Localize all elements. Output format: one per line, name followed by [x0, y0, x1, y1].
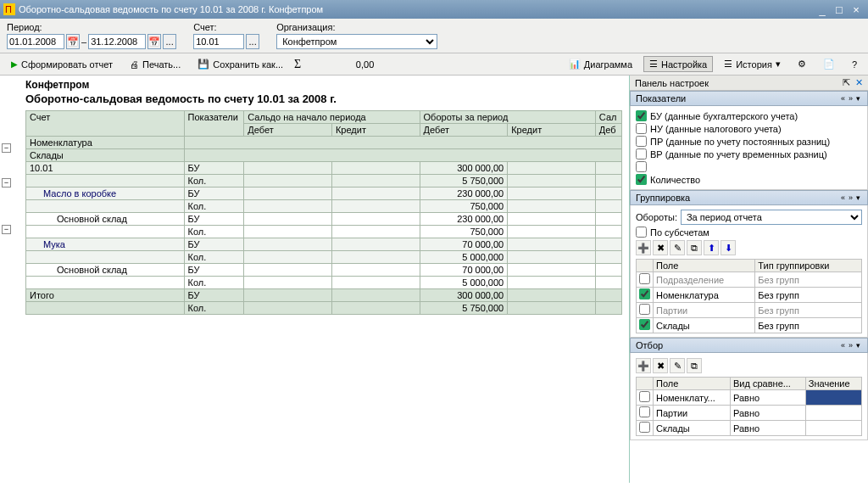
- report-title: Оборотно-сальдовая ведомость по счету 10…: [25, 92, 622, 105]
- table-row: Номенклату...Равно: [637, 390, 862, 406]
- date-to-input[interactable]: [88, 34, 146, 49]
- edit-button[interactable]: ✎: [670, 358, 685, 373]
- report-area: − − − Конфетпром Оборотно-сальдовая ведо…: [0, 76, 629, 483]
- bu-checkbox[interactable]: [636, 110, 647, 121]
- settings-button[interactable]: ☰Настройка: [643, 56, 713, 72]
- table-row: Кол.750,000: [26, 226, 622, 238]
- chevron-left-icon[interactable]: «: [839, 193, 847, 202]
- indicators-section-title[interactable]: Показатели « » ▾: [630, 91, 868, 106]
- filter-section-title[interactable]: Отбор « » ▾: [630, 338, 868, 353]
- grouping-section-title[interactable]: Группировка « » ▾: [630, 190, 868, 205]
- chevron-down-icon[interactable]: ▾: [854, 341, 862, 350]
- gear-icon: ☰: [649, 59, 658, 70]
- tool1-button[interactable]: ⚙: [792, 56, 812, 72]
- table-row: Кол.5 000,000: [26, 251, 622, 264]
- outline-collapse-button[interactable]: −: [2, 178, 11, 188]
- remove-button[interactable]: ✖: [653, 240, 668, 255]
- table-row: 10.01БУ300 000,00: [26, 162, 622, 175]
- period-label: Период:: [7, 22, 176, 32]
- tool2-button[interactable]: 📄: [817, 56, 841, 72]
- calendar-from-icon[interactable]: 📅: [66, 34, 80, 49]
- panel-close-icon[interactable]: ✕: [855, 77, 863, 88]
- remove-button[interactable]: ✖: [653, 358, 668, 373]
- save-as-button[interactable]: 💾Сохранить как...: [192, 56, 289, 72]
- table-row: Основной складБУ70 000,00: [26, 264, 622, 277]
- panel-expand-icon[interactable]: ⇱: [843, 77, 850, 88]
- filter-grid: ПолеВид сравне...Значение Номенклату...Р…: [636, 377, 862, 436]
- app-icon: П: [3, 3, 15, 15]
- table-row: ПартииБез групп: [637, 303, 862, 318]
- chevron-down-icon[interactable]: ▾: [854, 193, 862, 202]
- grouping-grid: ПолеТип группировки ПодразделениеБез гру…: [636, 259, 862, 333]
- chart-button[interactable]: 📊Диаграмма: [563, 56, 638, 72]
- col-close-balance: Сал: [595, 111, 621, 124]
- edit-button[interactable]: ✎: [670, 240, 685, 255]
- add-button[interactable]: ➕: [636, 358, 651, 373]
- chevron-right-icon[interactable]: »: [847, 94, 854, 103]
- calendar-to-icon[interactable]: 📅: [147, 34, 161, 49]
- col-indicators: Показатели: [184, 111, 244, 137]
- date-from-input[interactable]: [7, 34, 64, 49]
- list-icon: ☰: [724, 59, 732, 70]
- chevron-left-icon[interactable]: «: [839, 341, 847, 350]
- chevron-left-icon[interactable]: «: [839, 94, 847, 103]
- col-turnover: Обороты за период: [420, 111, 595, 124]
- tool-icon: ⚙: [798, 59, 806, 70]
- titlebar: П Оборотно-сальдовая ведомость по счету …: [0, 0, 868, 19]
- table-row: ИтогоБУ300 000,00: [26, 289, 622, 302]
- chevron-down-icon[interactable]: ▾: [854, 94, 862, 103]
- sum-value: 0,00: [306, 59, 374, 70]
- qty-checkbox[interactable]: [636, 174, 647, 185]
- turnover-select[interactable]: За период отчета: [681, 210, 862, 225]
- table-row: Масло в коробкеБУ230 000,00: [26, 188, 622, 200]
- printer-icon: 🖨: [130, 59, 139, 70]
- chevron-right-icon[interactable]: »: [847, 193, 854, 202]
- history-button[interactable]: ☰История▾: [718, 56, 787, 72]
- report-org: Конфетпром: [25, 79, 622, 91]
- add-button[interactable]: ➕: [636, 240, 651, 255]
- table-row: Кол.750,000: [26, 200, 622, 213]
- chevron-right-icon[interactable]: »: [847, 341, 854, 350]
- table-row: Основной складБУ230 000,00: [26, 213, 622, 226]
- report-grid: Счет Показатели Сальдо на начало периода…: [25, 110, 622, 315]
- account-picker-button[interactable]: ...: [246, 34, 259, 49]
- doc-icon: 📄: [823, 59, 835, 70]
- by-subaccounts-checkbox[interactable]: [636, 227, 647, 238]
- play-icon: ▶: [11, 59, 18, 69]
- table-row: ПодразделениеБез групп: [637, 272, 862, 288]
- panel-header: Панель настроек: [635, 78, 843, 88]
- vr-checkbox[interactable]: [636, 148, 647, 160]
- organization-select[interactable]: Конфетпром: [276, 34, 437, 49]
- outline-column: − − −: [2, 143, 17, 236]
- window-title: Оборотно-сальдовая ведомость по счету 10…: [19, 4, 814, 14]
- table-row: Кол.5 750,000: [26, 302, 622, 315]
- col-open-balance: Сальдо на начало периода: [244, 111, 420, 124]
- svg-text:П: П: [5, 4, 12, 14]
- outline-collapse-button[interactable]: −: [2, 225, 11, 234]
- outline-collapse-button[interactable]: −: [2, 143, 11, 153]
- run-report-button[interactable]: ▶Сформировать отчет: [5, 57, 119, 72]
- table-row: Кол.5 000,000: [26, 277, 622, 289]
- period-picker-button[interactable]: ...: [163, 34, 176, 49]
- pr-checkbox[interactable]: [636, 136, 647, 147]
- nu-checkbox[interactable]: [636, 123, 647, 134]
- account-input[interactable]: [193, 34, 244, 49]
- sigma-icon: Σ: [294, 58, 301, 71]
- table-row: СкладыРавно: [637, 421, 862, 436]
- control-checkbox[interactable]: [636, 161, 647, 172]
- move-down-button[interactable]: ⬇: [721, 240, 736, 255]
- maximize-button[interactable]: □: [831, 3, 848, 16]
- close-button[interactable]: ×: [848, 3, 865, 16]
- table-row: Кол.5 750,000: [26, 175, 622, 188]
- move-up-button[interactable]: ⬆: [704, 240, 719, 255]
- help-button[interactable]: ?: [846, 57, 863, 72]
- table-row: СкладыБез групп: [637, 318, 862, 333]
- organization-label: Организация:: [276, 22, 437, 32]
- turnover-label: Обороты:: [636, 212, 677, 222]
- copy-button[interactable]: ⧉: [687, 358, 702, 373]
- table-row: ПартииРавно: [637, 406, 862, 421]
- copy-button[interactable]: ⧉: [687, 240, 702, 255]
- minimize-button[interactable]: _: [814, 3, 831, 16]
- col-account: Счет: [26, 111, 185, 137]
- print-button[interactable]: 🖨Печать...: [124, 57, 186, 72]
